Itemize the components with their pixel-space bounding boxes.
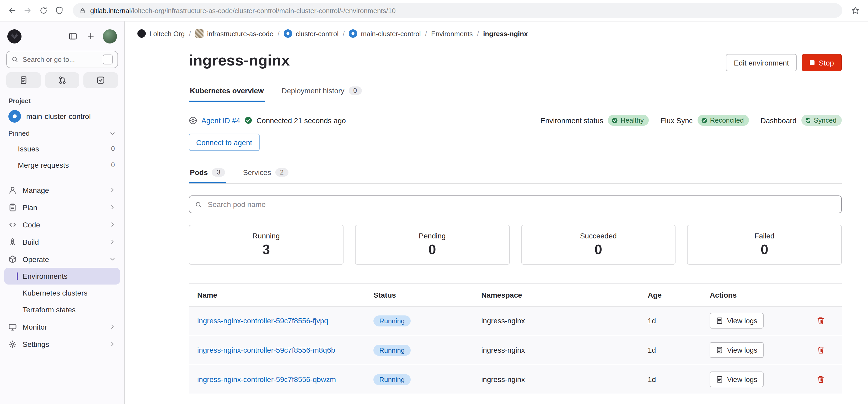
gitlab-logo[interactable]	[7, 29, 22, 43]
breadcrumb-label: Environments	[431, 30, 473, 37]
tab-pods[interactable]: Pods 3	[189, 161, 226, 183]
column-header-age: Age	[639, 284, 702, 306]
tab-label: Deployment history	[282, 87, 345, 95]
issues-count: 0	[111, 145, 115, 153]
chevron-right-icon	[109, 323, 116, 330]
sidebar-item-merge-requests[interactable]: Merge requests 0	[4, 157, 120, 173]
sidebar-item-terraform-states[interactable]: Terraform states	[4, 301, 120, 318]
column-header-namespace: Namespace	[473, 284, 639, 306]
delete-pod-button[interactable]	[814, 344, 827, 356]
sidebar-toggle-icon[interactable]	[67, 30, 79, 42]
address-bar[interactable]: gitlab.internal/loltech-org/infrastructu…	[73, 3, 842, 18]
edit-environment-button[interactable]: Edit environment	[726, 54, 797, 71]
agent-id-link[interactable]: Agent ID #4	[202, 116, 240, 125]
sidebar-project-item[interactable]: main-cluster-control	[4, 107, 120, 125]
pod-namespace: ingress-nginx	[481, 316, 525, 325]
delete-pod-button[interactable]	[814, 314, 827, 327]
tab-deployment-history[interactable]: Deployment history 0	[281, 80, 363, 102]
sidebar-item-environments[interactable]: Environments	[4, 268, 120, 284]
stop-button[interactable]: Stop	[802, 54, 842, 71]
group-avatar	[195, 29, 204, 38]
pod-age: 1d	[648, 375, 656, 383]
connect-to-agent-button[interactable]: Connect to agent	[189, 134, 259, 151]
browser-reload-icon[interactable]	[39, 6, 48, 15]
column-header-status: Status	[365, 284, 473, 306]
main-content: Loltech Org / infrastructure-as-code / c…	[125, 22, 868, 404]
check-circle-icon	[701, 117, 708, 124]
environment-tabs: Kubernetes overview Deployment history 0	[189, 80, 842, 102]
browser-forward-icon[interactable]	[24, 6, 33, 15]
pinned-section-toggle[interactable]: Pinned	[4, 125, 120, 140]
rocket-icon	[8, 238, 17, 246]
pod-search-input[interactable]	[207, 200, 835, 209]
sidebar-item-label: Environments	[23, 272, 67, 280]
sidebar-item-build[interactable]: Build	[4, 233, 120, 250]
sidebar-item-monitor[interactable]: Monitor	[4, 318, 120, 335]
org-avatar	[137, 29, 146, 38]
sidebar-item-issues[interactable]: Issues 0	[4, 140, 120, 157]
sidebar-item-label: Code	[23, 220, 40, 229]
chevron-down-icon	[109, 130, 116, 137]
breadcrumb-separator: /	[477, 30, 479, 37]
browser-back-icon[interactable]	[8, 6, 17, 15]
table-row: ingress-nginx-controller-59c7f8556-fjvpq…	[189, 306, 842, 335]
trash-icon	[816, 316, 825, 325]
tab-label: Services	[243, 168, 271, 177]
breadcrumb-item-subgroup[interactable]: cluster-control	[284, 29, 339, 38]
services-count-badge: 2	[275, 168, 288, 177]
create-new-icon[interactable]	[85, 30, 96, 42]
todos-shortcut-button[interactable]	[84, 72, 118, 88]
sidebar-item-kubernetes-clusters[interactable]: Kubernetes clusters	[4, 284, 120, 301]
logs-icon	[716, 376, 723, 383]
tab-kubernetes-overview[interactable]: Kubernetes overview	[189, 80, 265, 102]
issues-shortcut-button[interactable]	[6, 72, 41, 88]
sidebar-header	[4, 25, 120, 48]
tab-label: Kubernetes overview	[190, 87, 264, 95]
sidebar-item-label: Plan	[23, 203, 37, 211]
chevron-right-icon	[109, 221, 116, 228]
pod-age: 1d	[648, 316, 656, 325]
breadcrumb-item-org[interactable]: Loltech Org	[137, 29, 185, 38]
delete-pod-button[interactable]	[814, 373, 827, 386]
gear-icon	[8, 340, 17, 348]
breadcrumb-separator: /	[278, 30, 280, 37]
breadcrumb-separator: /	[343, 30, 345, 37]
edit-environment-label: Edit environment	[734, 59, 789, 67]
chevron-right-icon	[109, 204, 116, 211]
breadcrumb: Loltech Org / infrastructure-as-code / c…	[125, 22, 868, 45]
view-logs-button[interactable]: View logs	[710, 342, 764, 358]
sidebar-item-operate[interactable]: Operate	[4, 250, 120, 268]
pod-name-link[interactable]: ingress-nginx-controller-59c7f8556-fjvpq	[197, 316, 328, 325]
sidebar-item-settings[interactable]: Settings	[4, 335, 120, 352]
shield-icon[interactable]	[55, 6, 64, 15]
breadcrumb-label: main-cluster-control	[361, 30, 421, 37]
pinned-label: Pinned	[8, 129, 30, 137]
view-logs-button[interactable]: View logs	[710, 313, 764, 329]
merge-requests-shortcut-button[interactable]	[45, 72, 79, 88]
breadcrumb-item-environments[interactable]: Environments	[431, 30, 473, 37]
breadcrumb-item-project[interactable]: main-cluster-control	[349, 29, 421, 38]
operate-icon	[8, 255, 17, 263]
subgroup-avatar	[284, 29, 292, 38]
breadcrumb-item-group[interactable]: infrastructure-as-code	[195, 29, 274, 38]
connect-to-agent-label: Connect to agent	[196, 138, 252, 146]
column-header-name: Name	[189, 284, 365, 306]
sidebar-item-code[interactable]: Code	[4, 216, 120, 233]
breadcrumb-separator: /	[189, 30, 191, 37]
pod-name-link[interactable]: ingress-nginx-controller-59c7f8556-m8q6b	[197, 346, 335, 354]
global-search[interactable]: Search or go to...	[6, 51, 118, 68]
bookmark-star-icon[interactable]	[851, 6, 860, 15]
logs-icon	[716, 317, 723, 324]
sidebar-item-plan[interactable]: Plan	[4, 199, 120, 216]
manage-icon	[8, 186, 17, 194]
user-avatar[interactable]	[103, 29, 117, 43]
sidebar-item-manage[interactable]: Manage	[4, 181, 120, 199]
page-title: ingress-nginx	[189, 52, 290, 69]
failed-card: Failed 0	[687, 225, 842, 265]
sidebar-item-label: Monitor	[23, 323, 47, 331]
deployment-history-count-badge: 0	[348, 87, 362, 95]
pod-name-link[interactable]: ingress-nginx-controller-59c7f8556-qbwzm	[197, 375, 336, 383]
view-logs-button[interactable]: View logs	[710, 372, 764, 387]
tab-services[interactable]: Services 2	[242, 161, 289, 183]
reconciled-badge-label: Reconciled	[710, 116, 744, 124]
